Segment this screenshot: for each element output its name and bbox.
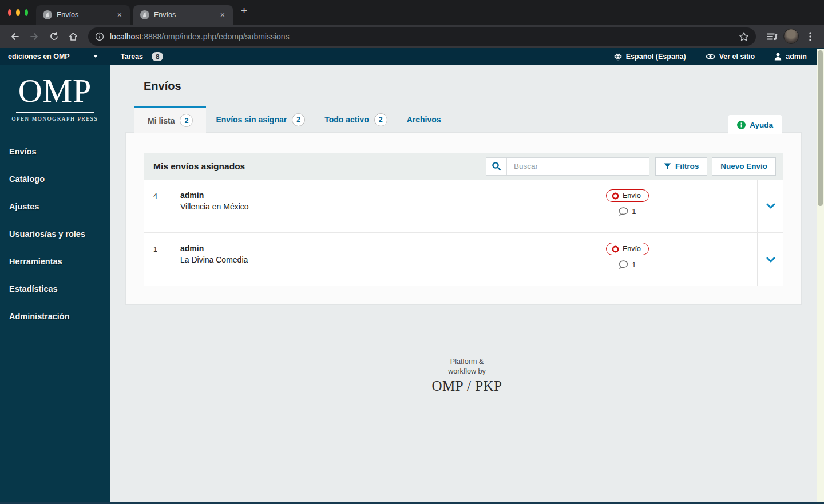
omp-logo-acronym: OMP — [0, 74, 110, 108]
new-tab-button[interactable]: + — [233, 5, 247, 21]
submission-title: La Divina Comedia — [180, 255, 606, 264]
stage-label: Envío — [623, 192, 641, 200]
tab-close-icon[interactable]: × — [218, 10, 227, 20]
home-icon[interactable] — [65, 29, 81, 45]
tab-envios-sin-asignar[interactable]: Envíos sin asignar 2 — [206, 106, 315, 133]
user-menu[interactable]: admin — [774, 53, 807, 61]
url-text: localhost:8888/omp/index.php/edomp/submi… — [110, 32, 733, 41]
tab-label: Envíos sin asignar — [216, 115, 287, 124]
sidebar-item-estadisticas[interactable]: Estadísticas — [0, 275, 110, 303]
tab-archivos[interactable]: Archivos — [397, 106, 451, 133]
browser-toolbar: localhost:8888/omp/index.php/edomp/submi… — [0, 25, 824, 48]
expand-row-button[interactable] — [757, 233, 783, 286]
browser-tab-2-active[interactable]: Envíos × — [133, 5, 233, 25]
browser-menu-kebab-icon[interactable] — [802, 29, 818, 45]
browser-tab-1[interactable]: Envíos × — [36, 5, 130, 25]
tab-todo-activo[interactable]: Todo activo 2 — [315, 106, 397, 133]
tab-count-badge: 2 — [180, 114, 193, 127]
tasks-count-badge: 8 — [152, 52, 163, 61]
press-switcher[interactable]: ediciones en OMP — [8, 53, 98, 61]
sidebar-item-catalogo[interactable]: Catálogo — [0, 165, 110, 193]
filters-button[interactable]: Filtros — [655, 157, 707, 176]
browser-profile-avatar[interactable] — [783, 29, 799, 44]
tasks-button[interactable]: Tareas 8 — [121, 52, 164, 61]
chevron-down-icon — [766, 203, 775, 209]
filter-funnel-icon — [664, 163, 671, 170]
stage-badge[interactable]: Envío — [606, 243, 649, 255]
panel-header: Mis envíos asignados Filtros Nuevo Envío — [144, 153, 783, 180]
stage-ring-icon — [612, 192, 619, 200]
submission-author: admin — [180, 244, 606, 253]
sidebar-item-usuarios-roles[interactable]: Usuarios/as y roles — [0, 220, 110, 248]
sidebar-nav: Envíos Catálogo Ajustes Usuarios/as y ro… — [0, 138, 110, 330]
app-topbar: ediciones en OMP Tareas 8 Español (Españ… — [0, 48, 824, 65]
submission-title: Villencia en México — [180, 202, 606, 211]
address-bar[interactable]: localhost:8888/omp/index.php/edomp/submi… — [88, 27, 756, 46]
main-content: Envíos Mi lista 2 Envíos sin asignar 2 T… — [110, 65, 824, 502]
tab-close-icon[interactable]: × — [115, 10, 124, 20]
forward-icon[interactable] — [26, 29, 42, 45]
tab-count-badge: 2 — [292, 113, 305, 126]
window-bottom-edge — [0, 502, 824, 504]
pkp-favicon-icon — [43, 10, 52, 19]
submission-row[interactable]: 4 admin Villencia en México Envío — [144, 180, 783, 233]
tasks-label: Tareas — [121, 53, 143, 61]
help-button[interactable]: Ayuda — [728, 115, 782, 134]
globe-icon — [614, 53, 622, 61]
tab-label: Todo activo — [324, 115, 369, 124]
sidebar-item-envios[interactable]: Envíos — [0, 138, 110, 165]
help-label: Ayuda — [750, 121, 773, 129]
submission-id: 4 — [144, 180, 180, 232]
submissions-list: 4 admin Villencia en México Envío — [144, 180, 783, 286]
page-scrollbar[interactable] — [817, 49, 824, 502]
close-window-button[interactable] — [8, 9, 11, 16]
view-site-link[interactable]: Ver el sitio — [706, 53, 755, 61]
sidebar: OMP OPEN MONOGRAPH PRESS Envíos Catálogo… — [0, 65, 110, 502]
window-controls — [0, 0, 36, 25]
tab-count-badge: 2 — [374, 113, 387, 126]
tab-label: Archivos — [407, 115, 441, 124]
chevron-down-icon — [93, 55, 98, 58]
info-circle-icon — [737, 121, 746, 129]
sidebar-item-herramientas[interactable]: Herramientas — [0, 248, 110, 275]
user-icon — [774, 53, 782, 61]
submission-id: 1 — [144, 233, 180, 286]
pkp-favicon-icon — [140, 10, 149, 19]
search-icon[interactable] — [486, 158, 507, 175]
minimize-window-button[interactable] — [16, 9, 19, 16]
speech-bubble-icon — [619, 260, 628, 269]
submission-row[interactable]: 1 admin La Divina Comedia Envío — [144, 233, 783, 286]
panel-title: Mis envíos asignados — [153, 161, 486, 172]
stage-badge[interactable]: Envío — [606, 189, 649, 202]
omp-logo-subtitle: OPEN MONOGRAPH PRESS — [0, 116, 110, 122]
new-submission-button[interactable]: Nuevo Envío — [712, 157, 776, 176]
view-site-label: Ver el sitio — [719, 53, 755, 61]
back-icon[interactable] — [7, 29, 23, 45]
tab-mi-lista[interactable]: Mi lista 2 — [134, 106, 206, 133]
media-controls-icon[interactable] — [764, 29, 780, 45]
filters-label: Filtros — [675, 162, 699, 170]
omp-logo: OMP OPEN MONOGRAPH PRESS — [0, 74, 110, 122]
scrollbar-thumb[interactable] — [818, 50, 823, 206]
sidebar-item-ajustes[interactable]: Ajustes — [0, 193, 110, 220]
comments-counter[interactable]: 1 — [619, 260, 636, 269]
bookmark-star-icon[interactable] — [739, 31, 749, 42]
browser-tab-strip: Envíos × Envíos × + — [0, 0, 824, 25]
new-submission-label: Nuevo Envío — [720, 162, 767, 170]
comments-count: 1 — [632, 260, 636, 269]
omp-pkp-brand: OMP / PKP — [110, 378, 824, 394]
footer-line2: workflow by — [110, 367, 824, 376]
submissions-tabs: Mi lista 2 Envíos sin asignar 2 Todo act… — [134, 106, 824, 133]
press-name: ediciones en OMP — [8, 53, 70, 61]
comments-counter[interactable]: 1 — [619, 207, 636, 216]
sidebar-item-administracion[interactable]: Administración — [0, 303, 110, 330]
page-info-icon[interactable] — [95, 32, 104, 41]
language-menu[interactable]: Español (España) — [614, 53, 686, 61]
stage-label: Envío — [623, 245, 641, 253]
stage-ring-icon — [612, 245, 619, 253]
browser-tab-title: Envíos — [57, 11, 110, 19]
reload-icon[interactable] — [46, 29, 62, 45]
zoom-window-button[interactable] — [25, 9, 28, 16]
expand-row-button[interactable] — [757, 180, 783, 232]
search-input[interactable] — [507, 158, 649, 175]
